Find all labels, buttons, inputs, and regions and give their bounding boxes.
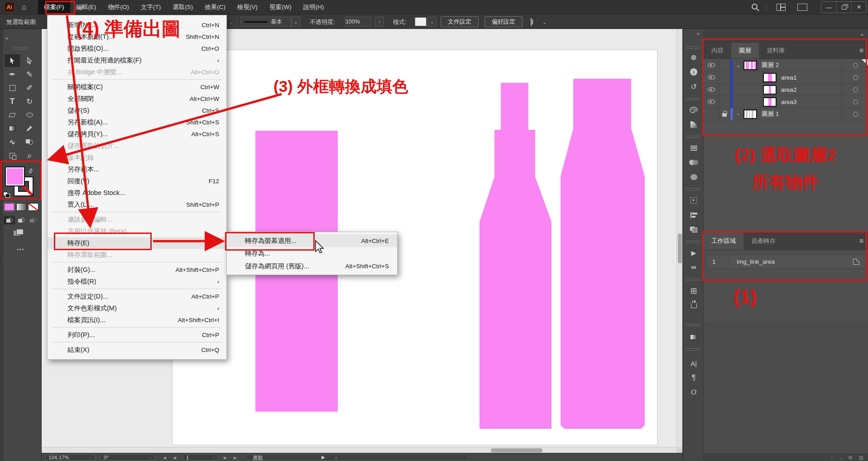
layer-name[interactable]: 圖層 2 — [762, 61, 779, 69]
color-guide-icon[interactable] — [683, 119, 704, 130]
menu-item-save-as[interactable]: 另存新檔(A)...Shift+Ctrl+S — [48, 116, 226, 128]
shaper-tool[interactable]: ⋯ — [22, 109, 37, 121]
target-circle[interactable] — [853, 112, 858, 117]
menu-item-export[interactable]: 轉存(E)› — [48, 237, 226, 249]
rotate-tool[interactable]: ↻ — [22, 95, 37, 108]
object-thumbnail[interactable] — [763, 97, 777, 107]
vertical-scroll-thumb[interactable] — [678, 233, 682, 263]
dock-grip[interactable] — [686, 136, 700, 138]
workspace-switcher-icon[interactable] — [777, 4, 786, 11]
search-icon[interactable] — [751, 3, 760, 12]
tab-properties[interactable]: 內容 — [704, 43, 731, 58]
pen-tool[interactable]: ✒ — [5, 68, 20, 81]
collapse-dock-icon[interactable]: « — [697, 31, 700, 36]
artboard-name[interactable]: img_link_area — [729, 258, 775, 265]
move-down-icon[interactable]: ↓ — [839, 455, 842, 461]
menu-item-save[interactable]: 儲存(S)Ctrl+S — [48, 105, 226, 116]
menu-item-package[interactable]: 封裝(G)...Alt+Shift+Ctrl+P — [48, 264, 226, 276]
new-artboard-icon[interactable]: ⊞ — [848, 455, 852, 461]
visibility-toggle[interactable] — [704, 96, 719, 108]
stroke-profile-field[interactable]: 基本 — [240, 17, 291, 27]
menu-effect[interactable]: 效果(C) — [199, 0, 231, 14]
menu-item-search-adobe-stock[interactable]: 搜尋 Adobe Stock... — [48, 187, 226, 199]
selection-panel-icon[interactable] — [683, 171, 704, 183]
menu-item-open-recent[interactable]: 打開最近使用過的檔案(F)› — [48, 54, 226, 66]
object-thumbnail[interactable] — [763, 85, 777, 95]
close-button[interactable]: × — [851, 2, 866, 13]
paragraph-panel-icon[interactable]: ¶ — [683, 372, 704, 384]
tab-asset-export[interactable]: 資產轉存 — [743, 232, 783, 250]
preferences-button[interactable]: 偏好設定 — [484, 16, 523, 27]
document-info-icon[interactable]: i — [683, 66, 704, 78]
draw-normal-mode[interactable] — [4, 216, 15, 224]
layer-name[interactable]: 圖層 1 — [762, 110, 779, 118]
tab-layers[interactable]: 圖層 — [731, 43, 759, 58]
arrange-artboard-icon[interactable] — [531, 19, 532, 25]
delete-artboard-icon[interactable]: ▥ — [859, 455, 863, 461]
expand-collapse-icon[interactable]: ⌄ — [733, 62, 743, 68]
menu-item-file-info[interactable]: 檔案資訊(I)...Alt+Shift+Ctrl+I — [48, 314, 226, 326]
tab-artboards[interactable]: 工作區域 — [704, 232, 743, 250]
visibility-toggle[interactable] — [704, 59, 719, 71]
style-swatch[interactable] — [415, 17, 427, 26]
transparency-panel-icon[interactable] — [683, 157, 704, 168]
style-dropdown[interactable]: ⌄ — [427, 17, 436, 27]
layer-row-area2[interactable]: area2 — [704, 84, 868, 96]
artboard-navigation-field[interactable]: 1 ⌄ — [183, 454, 218, 461]
panel-menu-icon[interactable]: ≡ — [859, 237, 863, 245]
menu-item-exit[interactable]: 結束(X)Ctrl+Q — [48, 344, 226, 356]
menu-help[interactable]: 說明(H) — [297, 0, 330, 14]
eyedropper-tool[interactable] — [22, 122, 37, 135]
layer-row-layer2[interactable]: ⌄ 圖層 2 — [704, 59, 868, 71]
target-circle[interactable] — [853, 100, 858, 105]
dock-grip[interactable] — [686, 241, 700, 243]
menu-item-save-a-copy[interactable]: 儲存拷貝(Y)...Alt+Ctrl+S — [48, 128, 226, 140]
chevron-down-icon[interactable]: ⌄ — [542, 19, 547, 25]
color-panel-icon[interactable] — [683, 104, 704, 116]
status-collapse-icon[interactable]: ‹ — [335, 454, 337, 461]
default-fill-stroke-icon[interactable] — [3, 192, 10, 198]
expand-collapse-icon[interactable]: › — [733, 111, 743, 117]
menu-item-export-as[interactable]: 轉存為... — [227, 247, 397, 260]
menu-item-scripts[interactable]: 指令檔(R)› — [48, 276, 226, 287]
dock-grip[interactable] — [686, 348, 700, 351]
artboard-row[interactable]: 1 img_link_area — [705, 254, 866, 269]
menu-item-place[interactable]: 置入(L)...Shift+Ctrl+P — [48, 199, 226, 210]
edit-toolbar-icon[interactable]: ••• — [0, 247, 42, 252]
menu-select[interactable]: 選取(S) — [167, 0, 199, 14]
shape-builder-tool[interactable] — [22, 136, 37, 148]
visibility-toggle[interactable] — [704, 108, 719, 120]
vertical-scrollbar[interactable] — [676, 29, 682, 447]
move-up-icon[interactable]: ↑ — [830, 455, 833, 461]
previous-artboard-icon[interactable]: ◀ — [173, 456, 176, 460]
selection-tool[interactable] — [5, 54, 20, 67]
eraser-tool[interactable] — [5, 109, 20, 121]
horizontal-scroll-thumb[interactable] — [491, 448, 542, 452]
rotation-field[interactable]: 0° ⌄ — [101, 454, 155, 461]
lock-toggle[interactable] — [719, 84, 730, 96]
gradient-fill-button[interactable] — [16, 203, 27, 211]
lock-toggle[interactable] — [719, 59, 730, 71]
visibility-toggle[interactable] — [704, 84, 719, 96]
layer-thumbnail[interactable] — [743, 109, 757, 119]
hidden-dropdown[interactable]: ⌄ — [225, 17, 238, 27]
dock-grip[interactable] — [686, 98, 700, 100]
menu-item-close[interactable]: 關閉檔案(C)Ctrl+W — [48, 81, 226, 93]
horizontal-scrollbar[interactable] — [42, 447, 676, 453]
menu-type[interactable]: 文字(T) — [135, 0, 167, 14]
none-fill-button[interactable] — [28, 203, 38, 211]
lock-toggle[interactable] — [719, 108, 730, 120]
curvature-tool[interactable]: ✎ — [22, 68, 37, 81]
menu-item-save-as-template[interactable]: 另存範本... — [48, 163, 226, 175]
artboards-panel-icon[interactable]: ⊞ — [683, 285, 704, 297]
gradient-tool[interactable] — [5, 122, 20, 135]
links-panel-icon[interactable]: ∞ — [683, 261, 704, 273]
collapse-panels-icon[interactable]: » — [861, 32, 863, 37]
visibility-toggle[interactable] — [704, 71, 719, 84]
puppet-warp-tool[interactable]: ∿ — [5, 136, 20, 148]
version-history-icon[interactable]: ↺ — [683, 81, 704, 92]
restore-button[interactable] — [836, 2, 851, 13]
menu-item-new-from-template[interactable]: 從範本新增(T)...Shift+Ctrl+N — [48, 31, 226, 43]
layer-row-area3[interactable]: area3 — [704, 96, 868, 108]
tab-libraries[interactable]: 資料庫 — [759, 43, 793, 58]
